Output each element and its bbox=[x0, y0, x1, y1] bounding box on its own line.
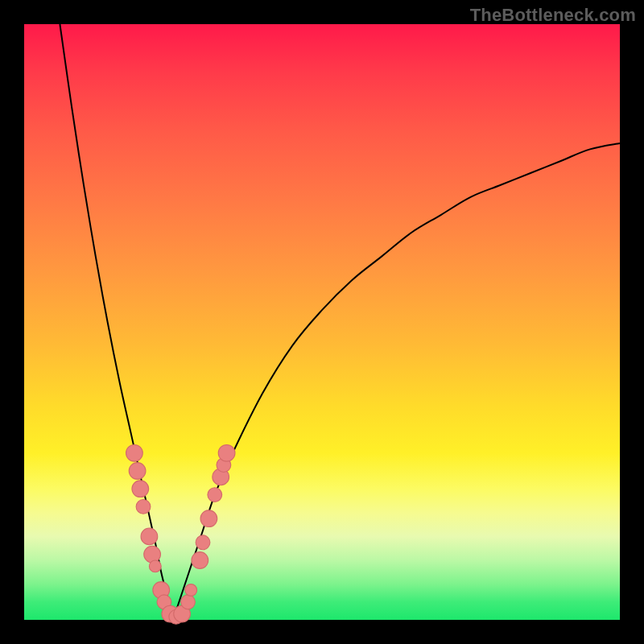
chart-frame: TheBottleneck.com bbox=[0, 0, 644, 644]
data-marker bbox=[218, 444, 235, 461]
data-marker bbox=[132, 481, 149, 497]
data-marker bbox=[136, 500, 151, 514]
curve-bottleneck_curve_left bbox=[60, 24, 173, 620]
data-marker bbox=[126, 444, 143, 461]
data-marker bbox=[192, 552, 208, 569]
data-marker bbox=[200, 510, 217, 527]
data-marker bbox=[181, 595, 196, 609]
data-marker bbox=[196, 535, 210, 550]
chart-svg bbox=[24, 24, 620, 620]
plot-area bbox=[24, 24, 620, 620]
data-marker bbox=[141, 528, 158, 545]
data-marker bbox=[208, 488, 222, 502]
data-marker bbox=[144, 546, 161, 563]
data-marker bbox=[149, 560, 161, 572]
watermark-text: TheBottleneck.com bbox=[470, 5, 636, 26]
data-marker bbox=[185, 584, 197, 597]
data-marker bbox=[129, 463, 146, 480]
curve-bottleneck_curve_right bbox=[173, 143, 620, 620]
